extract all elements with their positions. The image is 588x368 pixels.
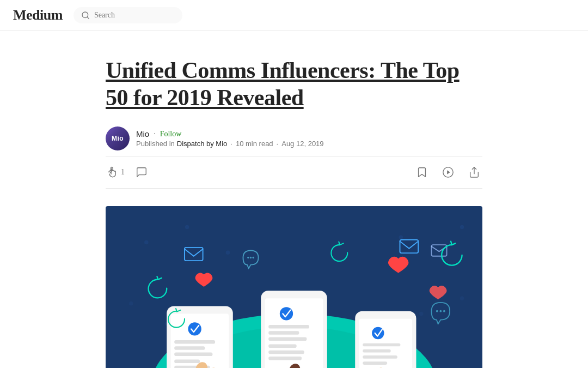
svg-rect-21 [174, 340, 215, 344]
read-time: 10 min read [236, 140, 273, 148]
published-in-label: Published in [136, 140, 175, 148]
svg-rect-33 [268, 337, 307, 341]
svg-line-1 [87, 17, 89, 19]
avatar-initials: Mio [112, 135, 124, 142]
action-left: 1 [106, 166, 148, 178]
share-icon [468, 166, 480, 178]
clap-count: 1 [121, 168, 125, 177]
clap-icon [106, 166, 118, 178]
search-input[interactable] [94, 11, 175, 20]
svg-point-52 [247, 257, 249, 258]
search-icon [81, 11, 90, 20]
svg-point-49 [436, 310, 438, 312]
publish-date: Aug 12, 2019 [281, 140, 323, 148]
dot-sep: · [154, 130, 156, 138]
svg-marker-3 [447, 170, 450, 174]
play-icon [442, 166, 454, 178]
bookmark-button[interactable] [414, 164, 430, 180]
svg-point-11 [460, 225, 464, 229]
svg-rect-35 [268, 351, 304, 354]
svg-point-53 [250, 257, 252, 258]
follow-button[interactable]: Follow [160, 130, 182, 138]
svg-point-9 [399, 235, 403, 239]
bookmark-icon [416, 166, 428, 178]
medium-logo[interactable]: Medium [13, 7, 63, 23]
share-button[interactable] [466, 164, 482, 180]
svg-point-6 [144, 240, 148, 244]
author-meta: Published in Dispatch by Mio · 10 min re… [136, 140, 324, 148]
publication-link[interactable]: Dispatch by Mio [177, 140, 227, 148]
comment-button[interactable] [136, 166, 148, 178]
svg-rect-22 [174, 346, 205, 350]
svg-rect-31 [268, 325, 309, 329]
avatar: Mio [106, 126, 130, 150]
site-header: Medium [0, 0, 588, 31]
author-info: Mio · Follow Published in Dispatch by Mi… [136, 129, 324, 148]
svg-rect-42 [363, 349, 390, 353]
hero-illustration [106, 206, 482, 368]
svg-rect-23 [174, 353, 212, 357]
svg-point-8 [226, 251, 230, 255]
svg-point-40 [372, 327, 384, 339]
listen-button[interactable] [440, 164, 456, 180]
svg-rect-34 [268, 345, 296, 348]
author-name-row: Mio · Follow [136, 129, 324, 138]
svg-point-20 [188, 322, 201, 335]
svg-point-30 [280, 307, 293, 320]
comment-icon [136, 166, 148, 178]
clap-button[interactable]: 1 [106, 166, 125, 178]
svg-point-15 [460, 297, 464, 300]
author-row: Mio Mio · Follow Published in Dispatch b… [106, 126, 482, 150]
svg-rect-41 [363, 343, 400, 347]
article-main: Unified Comms Influencers: The Top 50 fo… [93, 31, 495, 368]
svg-point-14 [419, 312, 423, 316]
svg-rect-32 [268, 331, 299, 335]
svg-point-12 [129, 301, 133, 305]
search-bar[interactable] [74, 7, 182, 23]
svg-point-50 [439, 310, 442, 312]
author-name: Mio [136, 129, 149, 138]
meta-sep2: · [277, 140, 279, 148]
svg-rect-36 [268, 357, 302, 360]
svg-point-54 [253, 257, 254, 258]
svg-rect-43 [363, 355, 397, 359]
action-bar: 1 [106, 156, 482, 189]
svg-point-51 [443, 310, 445, 312]
action-right [414, 164, 482, 180]
svg-rect-44 [363, 361, 387, 365]
svg-point-7 [185, 225, 189, 229]
article-title: Unified Comms Influencers: The Top 50 fo… [106, 57, 482, 111]
svg-rect-24 [174, 360, 200, 364]
hero-image [106, 206, 482, 368]
meta-sep1: · [230, 140, 232, 148]
